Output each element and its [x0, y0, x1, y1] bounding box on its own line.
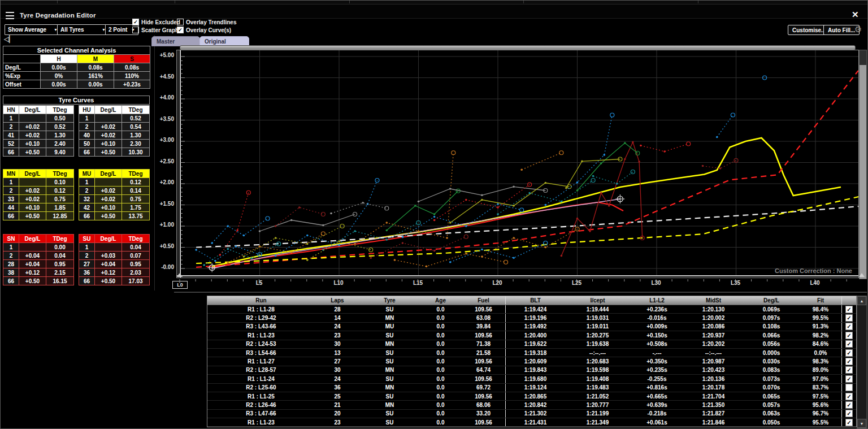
lap-cell[interactable]: 66 — [79, 277, 94, 285]
value-cell[interactable]: +0.50 — [19, 148, 46, 156]
lap-cell[interactable]: 2 — [79, 123, 94, 131]
include-run-checkbox[interactable] — [845, 323, 853, 330]
value-cell[interactable]: 1.75 — [122, 203, 149, 211]
column-header-Fit[interactable]: Fit — [800, 296, 842, 305]
value-cell[interactable]: 0.10 — [46, 178, 73, 186]
lap-cell[interactable]: 1 — [79, 178, 94, 186]
lap-cell[interactable]: 2 — [79, 252, 94, 259]
lap-cell[interactable]: 66 — [3, 148, 19, 156]
value-cell[interactable]: 0.75 — [122, 195, 149, 203]
channel-value[interactable]: 161% — [77, 72, 114, 80]
value-cell[interactable]: +0.50 — [19, 212, 46, 220]
collapse-panel-icon[interactable]: ◁▏ — [4, 35, 14, 43]
value-cell[interactable]: 1.85 — [46, 203, 73, 211]
value-cell[interactable]: 9.40 — [46, 148, 73, 156]
value-cell[interactable]: 13.75 — [122, 212, 149, 220]
hide-excluded-checkbox[interactable] — [132, 19, 139, 25]
run-table-row[interactable]: R1 : L1-2828SU0.0109.561:19.4241:19.444+… — [207, 305, 856, 314]
value-cell[interactable]: +0.10 — [95, 140, 121, 148]
value-cell[interactable]: 2.03 — [122, 268, 149, 276]
value-cell[interactable] — [19, 114, 46, 122]
value-cell[interactable] — [19, 243, 46, 251]
column-header-BLT[interactable]: BLT — [506, 296, 565, 305]
value-cell[interactable]: 0.52 — [122, 114, 149, 122]
column-header-Fuel[interactable]: Fuel — [462, 296, 506, 305]
include-run-checkbox[interactable] — [845, 314, 853, 322]
lap-cell[interactable]: 2 — [3, 123, 19, 131]
value-cell[interactable]: 2.15 — [46, 268, 73, 276]
channel-value[interactable]: 110% — [114, 72, 150, 80]
value-cell[interactable]: 0.04 — [122, 243, 149, 251]
close-icon[interactable]: ✕ — [852, 10, 859, 20]
lap-cell[interactable]: 1 — [79, 243, 94, 251]
value-cell[interactable]: +0.02 — [95, 187, 121, 194]
channel-value[interactable]: 0.00s — [77, 80, 114, 88]
value-cell[interactable] — [19, 178, 46, 186]
run-table-row[interactable]: R1 : L1-2424SU0.0109.561:19.6801:19.408-… — [207, 375, 856, 383]
lap-cell[interactable]: 66 — [3, 212, 19, 220]
include-run-checkbox[interactable] — [845, 393, 853, 400]
value-cell[interactable]: +0.10 — [19, 203, 46, 211]
run-table-row[interactable]: R2 : L24-5330MN0.071.381:19.6221:19.638+… — [207, 340, 856, 349]
value-cell[interactable]: +0.02 — [19, 131, 46, 139]
run-table-row[interactable]: R2 : L25-6036MN0.069.721:19.1241:19.483+… — [207, 384, 856, 392]
value-cell[interactable]: 1.30 — [122, 131, 149, 139]
lap-cell[interactable]: 66 — [79, 148, 94, 156]
chart-vertical-scrollbar[interactable] — [859, 50, 867, 279]
tyre-filter-dropdown[interactable]: All Tyres ▼ — [57, 24, 109, 35]
lap-cell[interactable]: 1 — [3, 178, 19, 186]
lap-cell[interactable]: 41 — [3, 131, 19, 139]
run-table-row[interactable]: R1 : L1-2525SU0.0109.561:20.8651:21.052+… — [207, 392, 856, 401]
include-run-checkbox[interactable] — [845, 401, 853, 409]
degradation-chart[interactable] — [176, 50, 859, 278]
value-cell[interactable]: +0.04 — [95, 260, 121, 268]
include-run-checkbox[interactable] — [845, 349, 853, 357]
lap-cell[interactable]: 66 — [3, 277, 19, 285]
overlay-curves-checkbox[interactable] — [177, 27, 184, 33]
lap-cell[interactable]: 2 — [3, 187, 19, 194]
value-cell[interactable]: 0.12 — [46, 187, 73, 194]
value-cell[interactable]: 17.03 — [122, 277, 149, 285]
channel-value[interactable]: 0.08s — [77, 63, 114, 71]
channel-col-M[interactable]: M — [77, 55, 114, 63]
value-cell[interactable]: +0.02 — [19, 195, 46, 203]
value-cell[interactable]: +0.02 — [95, 123, 121, 131]
run-table-row[interactable]: R2 : L29-4214MN0.063.081:19.1961:19.031-… — [207, 314, 856, 322]
column-header-Tyre[interactable]: Tyre — [360, 296, 419, 305]
gear-icon[interactable]: ⚙ — [854, 24, 862, 34]
value-cell[interactable]: +0.02 — [19, 123, 46, 131]
value-cell[interactable]: 0.07 — [122, 252, 149, 259]
value-cell[interactable]: +0.02 — [95, 131, 121, 139]
value-cell[interactable] — [95, 114, 121, 122]
channel-value[interactable]: +0.23s — [114, 80, 150, 88]
value-cell[interactable]: 0.12 — [122, 178, 149, 186]
lap-cell[interactable]: 52 — [3, 140, 19, 148]
column-header-L1-L2[interactable]: L1-L2 — [630, 296, 684, 305]
channel-value[interactable]: 0.00s — [41, 63, 77, 71]
value-cell[interactable]: 0.95 — [46, 260, 73, 268]
include-run-checkbox[interactable] — [845, 384, 853, 391]
lap-cell[interactable]: 2 — [3, 252, 19, 259]
value-cell[interactable]: 0.75 — [46, 195, 73, 203]
run-table-row[interactable]: R3 : L47-6620SU0.033.201:21.3021:21.199-… — [207, 410, 856, 418]
cursor-crosshair-icon[interactable] — [615, 194, 624, 203]
column-header-MidSt[interactable]: MidSt — [684, 296, 743, 305]
lap-cell[interactable]: 33 — [3, 195, 19, 203]
lap-cell[interactable]: 42 — [79, 203, 94, 211]
run-table-row[interactable]: R1 : L1-2323SU0.0109.561:20.4001:20.275+… — [207, 331, 856, 340]
x-range-handle-left[interactable] — [177, 273, 183, 277]
value-cell[interactable]: +0.50 — [95, 148, 121, 156]
include-run-checkbox[interactable] — [845, 375, 853, 383]
include-run-checkbox[interactable] — [845, 419, 853, 426]
value-cell[interactable]: +0.12 — [19, 268, 46, 276]
value-cell[interactable]: +0.02 — [19, 187, 46, 194]
lap-cell[interactable]: 50 — [79, 140, 94, 148]
value-cell[interactable]: 0.50 — [46, 114, 73, 122]
lap-cell[interactable]: 44 — [3, 203, 19, 211]
table-scrollbar[interactable]: ▲ ▼ — [857, 296, 867, 428]
value-cell[interactable]: +0.50 — [95, 212, 121, 220]
value-cell[interactable]: 0.54 — [122, 123, 149, 131]
scatter-graph-checkbox[interactable] — [132, 27, 139, 33]
value-cell[interactable]: +0.50 — [95, 277, 121, 285]
scroll-up-icon[interactable]: ▲ — [857, 296, 866, 305]
